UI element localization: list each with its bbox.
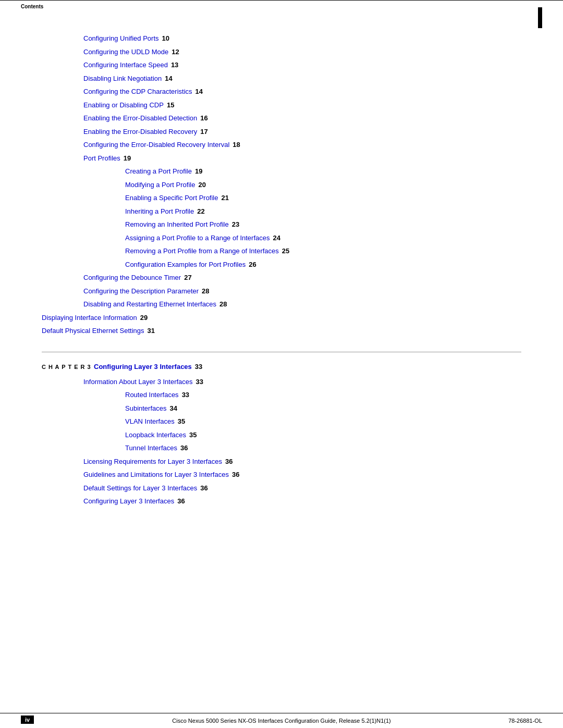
toc-entry: Creating a Port Profile19 bbox=[125, 166, 521, 177]
toc-page-number: 36 bbox=[177, 496, 185, 507]
toc-link[interactable]: Guidelines and Limitations for Layer 3 I… bbox=[83, 470, 229, 480]
toc-entry: Port Profiles19 bbox=[83, 153, 521, 164]
toc-entry: Tunnel Interfaces36 bbox=[125, 443, 521, 453]
chapter-label: C H A P T E R 3 bbox=[42, 364, 94, 370]
toc-link[interactable]: Licensing Requirements for Layer 3 Inter… bbox=[83, 456, 222, 467]
toc-entry: Modifying a Port Profile20 bbox=[125, 180, 521, 190]
toc-link[interactable]: Modifying a Port Profile bbox=[125, 180, 195, 190]
toc-page-number: 21 bbox=[221, 193, 228, 203]
toc-link[interactable]: Removing a Port Profile from a Range of … bbox=[125, 246, 279, 256]
toc-entry: Configuring the Debounce Timer27 bbox=[83, 273, 521, 283]
toc-link[interactable]: Removing an Inherited Port Profile bbox=[125, 219, 229, 230]
toc-entry: VLAN Interfaces35 bbox=[125, 416, 521, 427]
toc-page-number: 20 bbox=[198, 180, 205, 190]
toc-link[interactable]: Inheriting a Port Profile bbox=[125, 206, 194, 217]
toc-link[interactable]: Configuring Interface Speed bbox=[83, 60, 168, 70]
toc-entry: Routed Interfaces33 bbox=[125, 390, 521, 400]
toc-page-number: 16 bbox=[200, 113, 207, 124]
toc-page-number: 22 bbox=[197, 206, 204, 217]
toc-page-number: 26 bbox=[249, 260, 256, 270]
chapter-3-section: C H A P T E R 3Configuring Layer 3 Inter… bbox=[42, 352, 521, 371]
toc-page-number: 28 bbox=[202, 286, 209, 297]
toc-entry: Enabling the Error-Disabled Detection16 bbox=[83, 113, 521, 124]
toc-link[interactable]: Assigning a Port Profile to a Range of I… bbox=[125, 233, 270, 243]
toc-entry: Inheriting a Port Profile22 bbox=[125, 206, 521, 217]
header-bar: Contents bbox=[0, 0, 563, 13]
toc-page-number: 36 bbox=[225, 456, 232, 467]
chapter-title-link[interactable]: Configuring Layer 3 Interfaces bbox=[94, 363, 192, 371]
toc-page-number: 17 bbox=[200, 127, 207, 137]
toc-link[interactable]: Loopback Interfaces bbox=[125, 430, 186, 440]
toc-link[interactable]: Disabling and Restarting Ethernet Interf… bbox=[83, 299, 216, 310]
toc-page-number: 36 bbox=[232, 470, 239, 480]
toc-entry: Configuration Examples for Port Profiles… bbox=[125, 260, 521, 270]
toc-page-number: 14 bbox=[165, 73, 172, 84]
toc-entry: Guidelines and Limitations for Layer 3 I… bbox=[83, 470, 521, 480]
toc-entry: Configuring the Error-Disabled Recovery … bbox=[83, 140, 521, 150]
toc-entry: Configuring Interface Speed13 bbox=[83, 60, 521, 70]
toc-link[interactable]: Configuring the Debounce Timer bbox=[83, 273, 181, 283]
header-right-mark bbox=[538, 7, 542, 28]
toc-link[interactable]: Configuring the Error-Disabled Recovery … bbox=[83, 140, 229, 150]
toc-link[interactable]: Enabling the Error-Disabled Recovery bbox=[83, 127, 197, 137]
toc-entry: Default Physical Ethernet Settings31 bbox=[42, 326, 521, 336]
toc-page-number: 33 bbox=[182, 390, 189, 400]
toc-link[interactable]: Configuring Unified Ports bbox=[83, 33, 159, 44]
page-container: Contents Configuring Unified Ports10Conf… bbox=[0, 0, 563, 728]
toc-link[interactable]: Configuring the CDP Characteristics bbox=[83, 87, 192, 97]
footer-center-text: Cisco Nexus 5000 Series NX-OS Interfaces… bbox=[172, 718, 390, 724]
footer-right-text: 78-26881-OL bbox=[508, 718, 542, 724]
toc-link[interactable]: Tunnel Interfaces bbox=[125, 443, 177, 453]
contents-label: Contents bbox=[21, 4, 43, 9]
toc-entry: Default Settings for Layer 3 Interfaces3… bbox=[83, 483, 521, 493]
toc-entry: Removing an Inherited Port Profile23 bbox=[125, 219, 521, 230]
toc-link[interactable]: Disabling Link Negotiation bbox=[83, 73, 162, 84]
toc-link[interactable]: Configuring the Description Parameter bbox=[83, 286, 199, 297]
toc-link[interactable]: Displaying Interface Information bbox=[42, 313, 137, 323]
toc-link[interactable]: Routed Interfaces bbox=[125, 390, 179, 400]
toc-page-number: 19 bbox=[195, 166, 202, 177]
toc-entry: Information About Layer 3 Interfaces33 bbox=[83, 377, 521, 387]
toc-page-number: 15 bbox=[167, 100, 174, 110]
toc-entry: Enabling or Disabling CDP15 bbox=[83, 100, 521, 110]
toc-entry: Configuring the CDP Characteristics14 bbox=[83, 87, 521, 97]
toc-link[interactable]: Configuration Examples for Port Profiles bbox=[125, 260, 246, 270]
toc-entry: Assigning a Port Profile to a Range of I… bbox=[125, 233, 521, 243]
toc-link[interactable]: Default Settings for Layer 3 Interfaces bbox=[83, 483, 197, 493]
toc-page-number: 13 bbox=[171, 60, 178, 70]
toc-entry: Subinterfaces34 bbox=[125, 403, 521, 414]
toc-page-number: 25 bbox=[282, 246, 289, 256]
toc-link[interactable]: Enabling or Disabling CDP bbox=[83, 100, 164, 110]
footer: iv Cisco Nexus 5000 Series NX-OS Interfa… bbox=[0, 713, 563, 728]
toc-link[interactable]: Subinterfaces bbox=[125, 403, 167, 414]
toc-entry: Enabling a Specific Port Profile21 bbox=[125, 193, 521, 203]
toc-page-number: 24 bbox=[273, 233, 280, 243]
toc-page-number: 35 bbox=[178, 416, 185, 427]
toc-link[interactable]: Configuring Layer 3 Interfaces bbox=[83, 496, 174, 507]
toc-link[interactable]: Creating a Port Profile bbox=[125, 166, 192, 177]
toc-entry: Enabling the Error-Disabled Recovery17 bbox=[83, 127, 521, 137]
toc-entry: Configuring Unified Ports10 bbox=[83, 33, 521, 44]
toc-page-number: 31 bbox=[148, 326, 155, 336]
toc-entry: Disabling Link Negotiation14 bbox=[83, 73, 521, 84]
toc-link[interactable]: VLAN Interfaces bbox=[125, 416, 175, 427]
main-content: Configuring Unified Ports10Configuring t… bbox=[0, 13, 563, 541]
toc-link[interactable]: Information About Layer 3 Interfaces bbox=[83, 377, 193, 387]
toc-page-number: 19 bbox=[124, 153, 131, 164]
toc-link[interactable]: Default Physical Ethernet Settings bbox=[42, 326, 144, 336]
toc-page-number: 28 bbox=[219, 299, 227, 310]
toc-page-number: 18 bbox=[232, 140, 240, 150]
toc-page-number: 29 bbox=[140, 313, 148, 323]
toc-link[interactable]: Port Profiles bbox=[83, 153, 120, 164]
footer-page-label: iv bbox=[21, 715, 34, 724]
toc-entry: Removing a Port Profile from a Range of … bbox=[125, 246, 521, 256]
toc-page-number: 36 bbox=[180, 443, 188, 453]
toc-entry: Loopback Interfaces35 bbox=[125, 430, 521, 440]
toc-link[interactable]: Configuring the UDLD Mode bbox=[83, 47, 168, 57]
toc-page-number: 23 bbox=[232, 219, 239, 230]
toc-page-number: 12 bbox=[172, 47, 179, 57]
toc-page-number: 10 bbox=[162, 33, 169, 44]
toc-link[interactable]: Enabling the Error-Disabled Detection bbox=[83, 113, 197, 124]
toc-entry: Configuring Layer 3 Interfaces36 bbox=[83, 496, 521, 507]
toc-link[interactable]: Enabling a Specific Port Profile bbox=[125, 193, 218, 203]
